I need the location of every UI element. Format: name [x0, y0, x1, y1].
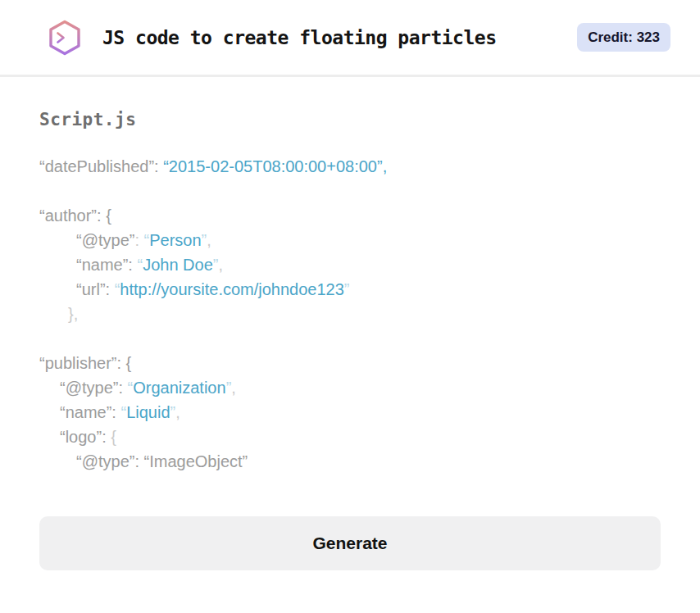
code-token: “@type”: “ImageObject” [76, 452, 248, 470]
code-token: Liquid [126, 403, 170, 421]
code-blank-line [39, 326, 661, 351]
editor-panel: Script.js “datePublished”: “2015-02-05T0… [0, 77, 700, 474]
code-blank-line [39, 179, 661, 203]
code-token: “publisher”: { [39, 354, 131, 372]
code-line: “@type”: “Organization”, [39, 375, 661, 400]
code-token: “name”: [60, 403, 120, 421]
code-line: “logo”: { [39, 425, 661, 449]
code-token: “@type”: [60, 379, 128, 397]
code-token: }, [68, 305, 78, 323]
page-title: JS code to create floating particles [102, 27, 577, 48]
code-line: }, [39, 302, 661, 326]
code-token: “@type” [76, 231, 134, 249]
code-token: John Doe [143, 256, 213, 274]
code-line: “datePublished”: “2015-02-05T08:00:00+08… [39, 154, 661, 179]
terminal-prompt-hexagon-icon [45, 18, 84, 57]
code-token: { [111, 428, 116, 446]
code-line: “name”: “John Doe”, [39, 252, 661, 277]
generate-button[interactable]: Generate [39, 516, 661, 570]
code-line: “@type”: “ImageObject” [39, 449, 661, 474]
code-token: “datePublished”: [39, 157, 163, 175]
filename-heading: Script.js [39, 110, 661, 129]
code-token: “logo”: [60, 428, 111, 446]
credit-badge: Credit: 323 [577, 23, 670, 52]
code-token: “name”: [76, 256, 137, 274]
code-token: Organization [133, 379, 225, 397]
code-token: , [175, 403, 180, 421]
footer: Generate [0, 474, 700, 570]
app-header: JS code to create floating particles Cre… [0, 0, 700, 77]
code-line: “author”: { [39, 203, 661, 228]
code-token: , [218, 256, 223, 274]
code-token: Person [149, 231, 201, 249]
code-line: “name”: “Liquid”, [39, 400, 661, 425]
code-line: “url”: “http://yoursite.com/johndoe123” [39, 277, 661, 302]
code-token: http://yoursite.com/johndoe123 [120, 280, 344, 298]
code-token: , [231, 379, 236, 397]
code-token: ” [344, 280, 350, 298]
code-block: “datePublished”: “2015-02-05T08:00:00+08… [39, 154, 661, 474]
code-token: , [207, 231, 211, 249]
code-line: “publisher”: { [39, 351, 661, 375]
code-token: “2015-02-05T08:00:00+08:00”, [163, 157, 387, 175]
code-token: : [134, 231, 143, 249]
code-token: “url”: [76, 280, 115, 298]
code-token: “author”: { [39, 207, 111, 225]
code-line: “@type”: “Person”, [39, 228, 661, 252]
